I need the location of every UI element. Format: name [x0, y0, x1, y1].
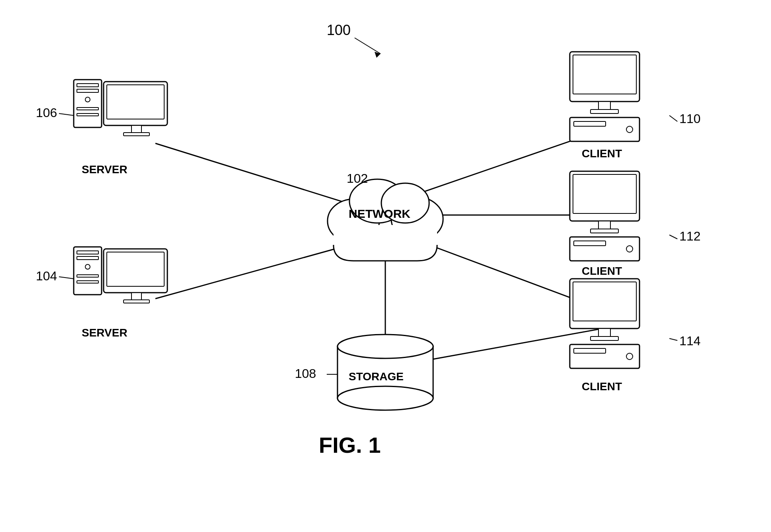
storage-ref: 108 — [295, 366, 316, 381]
figure-title: FIG. 1 — [319, 432, 381, 458]
svg-line-60 — [59, 113, 74, 115]
diagram-svg — [0, 0, 771, 532]
client-114-ref: 114 — [679, 334, 700, 348]
svg-rect-42 — [573, 174, 636, 213]
svg-rect-31 — [107, 252, 164, 286]
svg-marker-59 — [375, 52, 381, 58]
svg-rect-33 — [124, 300, 149, 303]
ref-100: 100 — [327, 22, 351, 39]
svg-rect-49 — [573, 282, 636, 321]
svg-line-63 — [669, 115, 677, 121]
client-110 — [570, 52, 640, 141]
svg-line-65 — [669, 338, 677, 340]
svg-rect-46 — [574, 241, 606, 246]
svg-rect-35 — [573, 55, 636, 94]
svg-point-56 — [337, 334, 433, 358]
svg-line-61 — [59, 277, 74, 279]
server-106-label: SERVER — [82, 163, 128, 176]
network-ref: 102 — [347, 171, 368, 186]
svg-rect-39 — [574, 121, 606, 126]
svg-rect-36 — [598, 102, 610, 110]
svg-rect-37 — [591, 110, 618, 113]
server-106 — [74, 80, 167, 136]
svg-line-64 — [669, 235, 677, 239]
svg-rect-21 — [107, 85, 164, 119]
client-112-label: CLIENT — [582, 265, 622, 278]
server-104 — [74, 247, 167, 303]
svg-rect-51 — [591, 336, 618, 340]
server-104-label: SERVER — [82, 327, 128, 339]
svg-rect-23 — [124, 133, 149, 136]
network-label: NETWORK — [349, 207, 410, 221]
client-114-label: CLIENT — [582, 380, 622, 393]
svg-rect-44 — [591, 229, 618, 233]
svg-point-57 — [337, 386, 433, 410]
svg-line-58 — [355, 38, 381, 54]
svg-rect-53 — [574, 348, 606, 353]
client-112 — [570, 171, 640, 261]
svg-rect-43 — [598, 221, 610, 230]
client-114 — [570, 279, 640, 368]
diagram: 100 NETWORK 102 SERVER 106 SERVER 104 ST… — [0, 0, 771, 532]
client-110-label: CLIENT — [582, 147, 622, 160]
svg-rect-50 — [598, 329, 610, 337]
storage-label: STORAGE — [349, 370, 404, 383]
client-110-ref: 110 — [679, 111, 700, 126]
client-112-ref: 112 — [679, 229, 700, 244]
server-106-ref: 106 — [36, 106, 57, 120]
server-104-ref: 104 — [36, 269, 57, 284]
